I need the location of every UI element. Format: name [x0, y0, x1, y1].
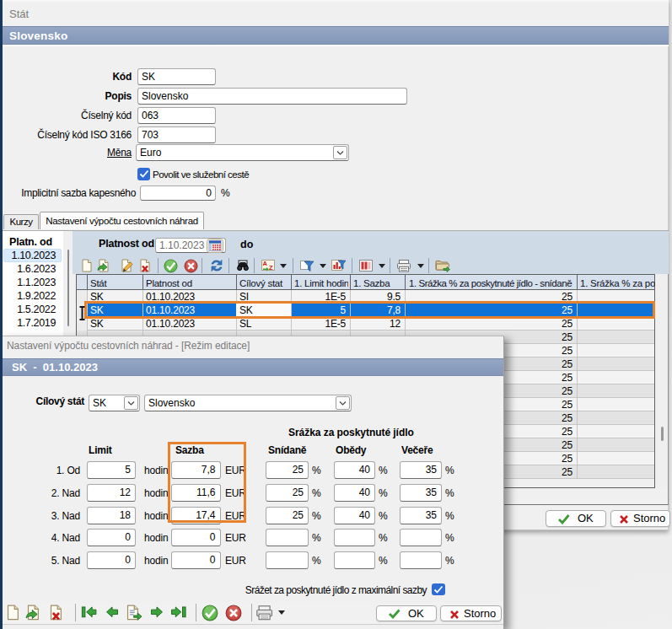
- svg-text:A: A: [263, 260, 268, 267]
- svg-text:Z: Z: [269, 264, 273, 271]
